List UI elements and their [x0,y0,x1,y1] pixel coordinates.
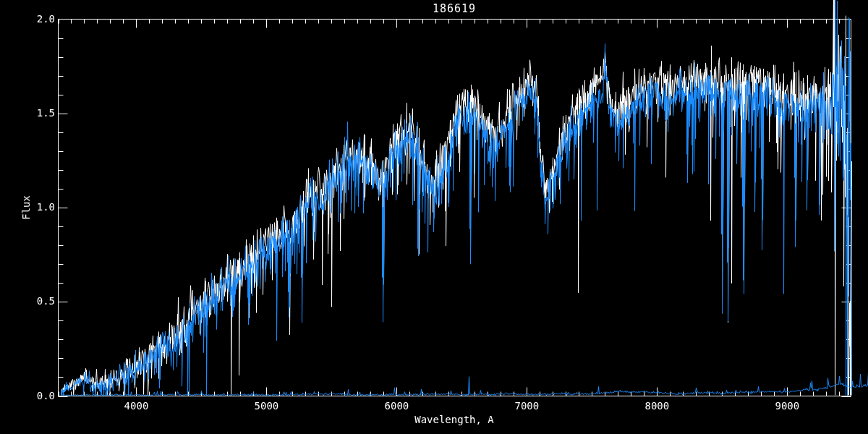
y-tick-label: 2.0 [22,13,55,25]
y-tick-label: 1.5 [22,107,55,119]
x-tick-label: 5000 [240,400,292,412]
y-tick-label: 0.5 [22,295,55,307]
x-tick-label: 9000 [761,400,813,412]
spectrum-plot-canvas [0,0,868,434]
x-axis-label: Wavelength, A [20,414,868,425]
y-tick-label: 0.0 [22,390,55,401]
plot-title: 186619 [20,2,868,15]
x-tick-label: 8000 [631,400,683,412]
x-tick-label: 6000 [370,400,422,412]
spectrum-figure: 186619 Wavelength, A Flux 40005000600070… [0,0,868,434]
x-tick-label: 4000 [110,400,162,412]
y-tick-label: 1.0 [22,201,55,213]
x-tick-label: 7000 [501,400,553,412]
